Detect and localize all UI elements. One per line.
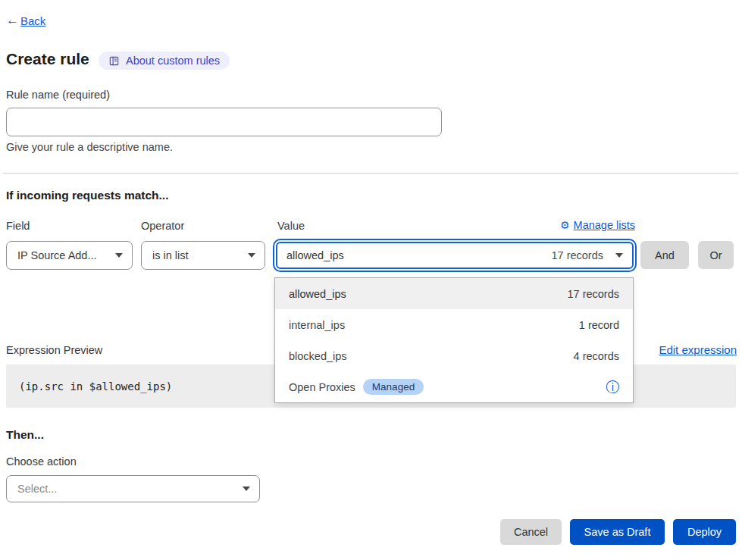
dropdown-option-allowed-ips[interactable]: allowed_ips 17 records [275,278,633,309]
or-button[interactable]: Or [698,241,734,269]
expression-code: (ip.src in $allowed_ips) [19,380,172,393]
value-select-record-count: 17 records [551,249,603,261]
manage-lists-link[interactable]: ⚙ Manage lists [560,219,635,231]
option-name: internal_ips [289,319,345,331]
value-select[interactable]: allowed_ips 17 records [276,242,634,269]
action-select-placeholder: Select... [17,483,235,495]
dropdown-option-open-proxies[interactable]: Open Proxies Managed ⓘ [275,371,633,402]
value-label: Value [277,220,305,232]
action-select[interactable]: Select... [6,475,260,502]
back-link-label[interactable]: Back [20,14,45,27]
match-section-title: If incoming requests match... [6,189,168,202]
rule-name-helper-text: Give your rule a descriptive name. [6,141,173,153]
gear-icon: ⚙ [560,219,570,231]
then-section-title: Then... [6,428,44,442]
section-divider [3,173,738,174]
option-record-count: 17 records [567,288,619,300]
rule-name-label: Rule name (required) [6,89,110,101]
option-name: blocked_ips [289,350,347,362]
page-title: Create rule [6,50,89,68]
option-record-count: 4 records [574,350,619,362]
operator-label: Operator [141,220,184,232]
dropdown-option-blocked-ips[interactable]: blocked_ips 4 records [275,340,633,371]
expression-preview-label: Expression Preview [6,344,102,356]
dropdown-option-internal-ips[interactable]: internal_ips 1 record [275,309,633,340]
deploy-button[interactable]: Deploy [673,519,736,545]
choose-action-label: Choose action [6,455,77,468]
managed-badge: Managed [363,379,424,395]
edit-expression-link[interactable]: Edit expression [659,343,737,356]
create-rule-page: ← Back Create rule About custom rules Ru… [0,0,742,560]
back-arrow-icon: ← [6,13,19,28]
chevron-down-icon [615,253,623,258]
and-button[interactable]: And [640,241,689,269]
option-record-count: 1 record [579,319,619,331]
field-select-value: IP Source Add... [17,249,108,261]
back-link[interactable]: ← Back [6,13,45,28]
about-custom-rules-label: About custom rules [126,55,220,67]
value-select-focus-ring: allowed_ips 17 records [273,239,637,272]
info-icon[interactable]: ⓘ [606,380,619,394]
book-icon [108,55,120,67]
value-dropdown-panel: allowed_ips 17 records internal_ips 1 re… [274,277,634,403]
option-name: allowed_ips [289,288,346,300]
field-label: Field [6,220,30,232]
rule-name-input[interactable] [6,108,442,136]
value-select-value: allowed_ips [286,249,344,261]
save-as-draft-button[interactable]: Save as Draft [570,519,665,545]
manage-lists-label[interactable]: Manage lists [574,219,635,231]
field-select[interactable]: IP Source Add... [6,241,133,270]
operator-select-value: is in list [152,249,240,261]
cancel-button[interactable]: Cancel [500,519,562,545]
chevron-down-icon [115,253,123,258]
operator-select[interactable]: is in list [141,241,265,270]
about-custom-rules-link[interactable]: About custom rules [99,52,230,70]
chevron-down-icon [248,253,255,258]
chevron-down-icon [243,486,250,491]
option-name: Open Proxies [289,381,355,393]
